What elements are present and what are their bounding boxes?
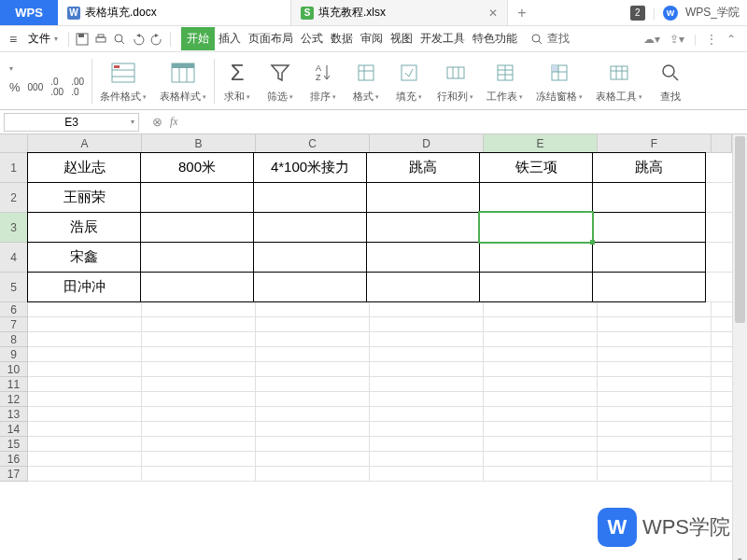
wps-round-icon[interactable]: W xyxy=(663,6,678,21)
cell[interactable] xyxy=(28,377,142,392)
print-icon[interactable] xyxy=(92,31,109,48)
cell[interactable] xyxy=(598,437,712,452)
cancel-formula-icon[interactable]: ⊗ xyxy=(152,115,162,129)
redo-icon[interactable] xyxy=(148,31,165,48)
row-header[interactable]: 7 xyxy=(0,317,28,332)
cell[interactable] xyxy=(370,332,484,347)
cell[interactable] xyxy=(598,422,712,437)
row-header[interactable]: 6 xyxy=(0,302,28,317)
percent-button[interactable]: % xyxy=(9,80,21,94)
cell[interactable] xyxy=(370,377,484,392)
tab-count-badge[interactable]: 2 xyxy=(630,6,645,21)
tab-data[interactable]: 数据 xyxy=(327,27,357,50)
cell-B4[interactable] xyxy=(140,242,254,273)
cell[interactable] xyxy=(142,317,256,332)
cell[interactable] xyxy=(598,452,712,467)
cell[interactable] xyxy=(256,362,370,377)
cell[interactable] xyxy=(712,467,732,482)
cell-E1[interactable]: 铁三项 xyxy=(479,152,593,183)
tab-insert[interactable]: 插入 xyxy=(215,27,245,50)
cell[interactable] xyxy=(370,452,484,467)
search-command[interactable]: 查找 xyxy=(530,31,570,47)
cell[interactable] xyxy=(370,437,484,452)
cell-empty[interactable] xyxy=(706,243,732,273)
close-icon[interactable]: ✕ xyxy=(488,7,498,20)
cell[interactable] xyxy=(28,332,142,347)
cell[interactable] xyxy=(712,452,732,467)
col-header-B[interactable]: B xyxy=(142,134,256,152)
hamburger-icon[interactable]: ≡ xyxy=(6,30,21,49)
cell[interactable] xyxy=(256,467,370,482)
cell[interactable] xyxy=(142,362,256,377)
cell-A4[interactable]: 宋鑫 xyxy=(27,242,141,273)
share-icon[interactable]: ⇪▾ xyxy=(669,33,684,46)
row-header[interactable]: 13 xyxy=(0,407,28,422)
cell-empty[interactable] xyxy=(706,153,732,183)
cell-E3-active[interactable] xyxy=(479,212,593,243)
cell-A3[interactable]: 浩辰 xyxy=(27,212,141,243)
currency-dropdown-icon[interactable]: ▾ xyxy=(9,64,13,73)
tab-formula[interactable]: 公式 xyxy=(297,27,327,50)
cell[interactable] xyxy=(370,362,484,377)
cell[interactable] xyxy=(256,317,370,332)
row-header[interactable]: 16 xyxy=(0,452,28,467)
tab-view[interactable]: 视图 xyxy=(387,27,416,50)
academy-label[interactable]: WPS_学院 xyxy=(685,5,740,21)
find-button[interactable]: 查找 xyxy=(650,56,691,105)
table-tools-button[interactable]: 表格工具▾ xyxy=(590,56,648,105)
row-col-button[interactable]: 行和列▾ xyxy=(431,56,479,105)
row-header[interactable]: 1 xyxy=(0,153,28,183)
cell-C3[interactable] xyxy=(253,212,367,243)
fx-icon[interactable]: fx xyxy=(170,115,178,129)
cell[interactable] xyxy=(256,377,370,392)
cell[interactable] xyxy=(712,362,732,377)
cell[interactable] xyxy=(256,437,370,452)
cell[interactable] xyxy=(370,407,484,422)
cell[interactable] xyxy=(28,347,142,362)
cell-F2[interactable] xyxy=(592,182,706,213)
cell[interactable] xyxy=(484,437,598,452)
cell[interactable] xyxy=(712,302,732,317)
cell[interactable] xyxy=(370,422,484,437)
cell[interactable] xyxy=(712,407,732,422)
cell[interactable] xyxy=(598,302,712,317)
wps-logo[interactable]: WPS xyxy=(0,0,58,25)
select-all-corner[interactable] xyxy=(0,134,28,152)
tab-dev-tools[interactable]: 开发工具 xyxy=(416,27,469,50)
cell[interactable] xyxy=(28,302,142,317)
cell-D2[interactable] xyxy=(366,182,480,213)
cell[interactable] xyxy=(142,392,256,407)
cell[interactable] xyxy=(256,407,370,422)
increase-decimal-button[interactable]: .0.00 xyxy=(50,77,63,97)
cell[interactable] xyxy=(484,467,598,482)
cell-empty[interactable] xyxy=(706,183,732,213)
col-header-rest[interactable] xyxy=(712,134,732,152)
cell-E4[interactable] xyxy=(479,242,593,273)
cell[interactable] xyxy=(712,422,732,437)
cell[interactable] xyxy=(598,377,712,392)
cell[interactable] xyxy=(598,467,712,482)
cell[interactable] xyxy=(484,347,598,362)
cell[interactable] xyxy=(598,347,712,362)
cell[interactable] xyxy=(712,392,732,407)
cell-B3[interactable] xyxy=(140,212,254,243)
sort-button[interactable]: AZ 排序▾ xyxy=(303,56,344,105)
cell[interactable] xyxy=(142,407,256,422)
cell[interactable] xyxy=(598,362,712,377)
print-preview-icon[interactable] xyxy=(111,31,128,48)
cell-B5[interactable] xyxy=(140,272,254,302)
cell[interactable] xyxy=(484,362,598,377)
cell-A5[interactable]: 田冲冲 xyxy=(27,272,141,302)
freeze-button[interactable]: 冻结窗格▾ xyxy=(530,56,588,105)
cell[interactable] xyxy=(142,437,256,452)
cell[interactable] xyxy=(598,407,712,422)
cell[interactable] xyxy=(142,422,256,437)
cell-empty[interactable] xyxy=(706,213,732,243)
row-header[interactable]: 12 xyxy=(0,392,28,407)
cell-F5[interactable] xyxy=(592,272,706,302)
cell[interactable] xyxy=(28,422,142,437)
cell[interactable] xyxy=(712,347,732,362)
cell[interactable] xyxy=(598,317,712,332)
cell[interactable] xyxy=(712,317,732,332)
cell-C1[interactable]: 4*100米接力 xyxy=(253,152,367,183)
